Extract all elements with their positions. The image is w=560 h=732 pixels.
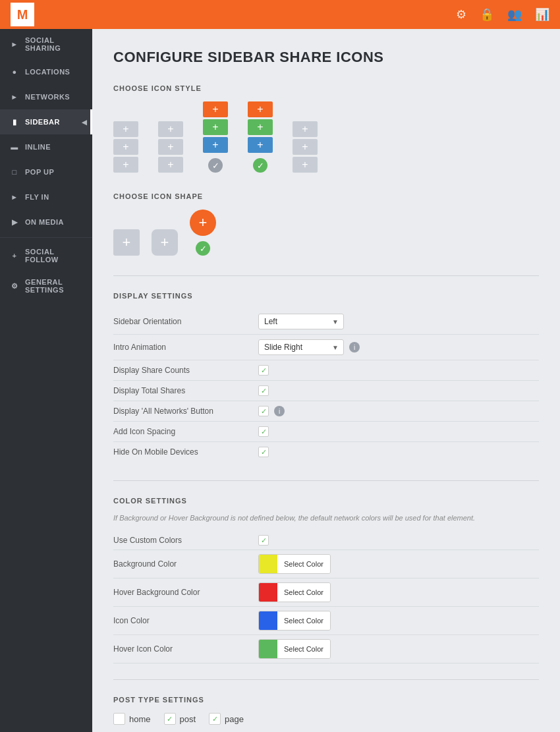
section-divider-2 (113, 480, 539, 481)
all-networks-info-icon[interactable]: i (274, 406, 285, 416)
sidebar-item-networks[interactable]: ► Networks (0, 84, 92, 109)
icon-btn: + (113, 139, 138, 155)
hide-mobile-label: Hide On Mobile Devices (113, 447, 258, 457)
chart-icon[interactable]: 📊 (535, 7, 549, 22)
location-icon: ● (9, 67, 20, 77)
sidebar-item-label: Fly In (25, 193, 49, 201)
hide-mobile-control: ✓ (258, 447, 269, 457)
bg-color-label: Background Color (113, 559, 258, 569)
settings-row-icon-spacing: Add Icon Spacing ✓ (113, 422, 539, 442)
total-shares-checkbox[interactable]: ✓ (258, 385, 269, 396)
settings-icon: ⚙ (9, 281, 20, 291)
color-row-hover-bg: Hover Background Color Select Color (113, 578, 539, 607)
sidebar-item-social-sharing[interactable]: ► Social Sharing (0, 29, 92, 59)
color-row-use-custom: Use Custom Colors ✓ (113, 531, 539, 550)
logo: M (11, 3, 34, 26)
hide-mobile-checkbox[interactable]: ✓ (258, 447, 269, 457)
orientation-control: Left Right ▼ (258, 314, 344, 329)
sidebar-arrow-icon: ◀ (82, 119, 88, 126)
inline-icon: ▬ (9, 142, 20, 152)
icon-btn: + (248, 119, 273, 135)
post-type-page[interactable]: ✓ page (209, 713, 244, 725)
sidebar-item-general-settings[interactable]: ⚙ General Settings (0, 271, 92, 301)
sidebar-item-locations[interactable]: ● Locations (0, 59, 92, 84)
icon-color-picker[interactable]: Select Color (258, 611, 331, 631)
icon-btn: + (113, 157, 138, 173)
icon-spacing-control: ✓ (258, 426, 269, 437)
animation-select[interactable]: Slide Right Slide Left Fade In None (258, 339, 344, 355)
color-settings-label: COLOR SETTINGS (113, 497, 539, 505)
gear-icon[interactable]: ⚙ (456, 7, 466, 22)
bg-color-picker[interactable]: Select Color (258, 554, 331, 574)
sidebar-item-inline[interactable]: ▬ Inline (0, 134, 92, 159)
sidebar-item-label: Sidebar (25, 118, 60, 126)
settings-row-hide-mobile: Hide On Mobile Devices ✓ (113, 442, 539, 462)
icon-spacing-checkbox[interactable]: ✓ (258, 426, 269, 437)
icon-style-1[interactable]: + + + (113, 121, 138, 173)
bg-color-text: Select Color (277, 555, 330, 573)
sidebar-item-label: Locations (25, 68, 70, 76)
animation-info-icon[interactable]: i (349, 342, 360, 352)
icon-style-2[interactable]: + + + (158, 121, 183, 173)
sidebar-item-popup[interactable]: □ Pop Up (0, 159, 92, 184)
display-settings-label: DISPLAY SETTINGS (113, 292, 539, 300)
icon-btn: + (293, 157, 318, 173)
header-icons: ⚙ 🔒 👥 📊 (456, 7, 549, 22)
color-row-hover-icon: Hover Icon Color Select Color (113, 635, 539, 663)
icon-btn: + (293, 121, 318, 137)
all-networks-checkbox[interactable]: ✓ (258, 406, 269, 416)
icon-style-3[interactable]: + + + ✓ (203, 101, 228, 173)
icon-style-5[interactable]: + + + (293, 121, 318, 173)
lock-icon[interactable]: 🔒 (480, 7, 494, 22)
shape-item-2[interactable]: + (152, 229, 178, 256)
icon-style-4[interactable]: + + + ✓ (248, 101, 273, 173)
sidebar-item-label: General Settings (25, 278, 83, 294)
color-row-bg: Background Color Select Color (113, 550, 539, 578)
sidebar-item-sidebar[interactable]: ▮ Sidebar ◀ (0, 109, 92, 134)
sidebar-divider (0, 237, 92, 238)
shape-item-1[interactable]: + (113, 229, 140, 256)
page-checkbox[interactable]: ✓ (209, 713, 221, 725)
hover-bg-swatch (259, 583, 277, 602)
share-icon: ► (9, 39, 20, 49)
home-checkbox[interactable] (113, 713, 125, 725)
settings-row-total-shares: Display Total Shares ✓ (113, 381, 539, 401)
icon-stack-5: + + + (293, 121, 318, 173)
post-type-settings-label: POST TYPE SETTINGS (113, 696, 539, 704)
post-type-home[interactable]: home (113, 713, 151, 725)
use-custom-checkbox[interactable]: ✓ (258, 535, 269, 546)
check-badge-green: ✓ (253, 158, 267, 173)
post-type-post[interactable]: ✓ post (164, 713, 196, 725)
icon-stack-2: + + + (158, 121, 183, 173)
total-shares-label: Display Total Shares (113, 386, 258, 395)
sidebar-item-label: Inline (25, 143, 51, 151)
icon-btn: + (203, 119, 228, 135)
icon-style-grid: + + + + + + + + + ✓ (113, 101, 539, 173)
sidebar-item-social-follow[interactable]: + Social Follow (0, 240, 92, 271)
post-type-row: home ✓ post ✓ page (113, 713, 539, 725)
icon-btn: + (293, 139, 318, 155)
shape-rounded-btn: + (152, 229, 178, 256)
hover-icon-color-picker[interactable]: Select Color (258, 639, 331, 659)
orientation-select[interactable]: Left Right (258, 314, 344, 329)
share-counts-checkbox[interactable]: ✓ (258, 365, 269, 376)
share-counts-control: ✓ (258, 365, 269, 376)
users-icon[interactable]: 👥 (507, 7, 522, 22)
color-row-icon: Icon Color Select Color (113, 607, 539, 635)
sidebar-item-label: Social Follow (25, 248, 83, 264)
follow-icon: + (9, 250, 20, 261)
total-shares-control: ✓ (258, 385, 269, 396)
sidebar-item-fly-in[interactable]: ► Fly In (0, 184, 92, 210)
icon-stack-3: + + + (203, 101, 228, 153)
icon-spacing-label: Add Icon Spacing (113, 427, 258, 436)
top-header: M ⚙ 🔒 👥 📊 (0, 0, 560, 29)
shape-item-3[interactable]: + ✓ (190, 210, 216, 256)
icon-btn: + (203, 137, 228, 153)
sidebar-item-on-media[interactable]: ▶ On Media (0, 210, 92, 235)
sidebar-item-label: Networks (25, 93, 70, 101)
icon-btn: + (113, 121, 138, 137)
hover-bg-color-picker[interactable]: Select Color (258, 582, 331, 602)
icon-color-text: Select Color (277, 611, 330, 630)
post-checkbox[interactable]: ✓ (164, 713, 176, 725)
settings-row-animation: Intro Animation Slide Right Slide Left F… (113, 335, 539, 360)
